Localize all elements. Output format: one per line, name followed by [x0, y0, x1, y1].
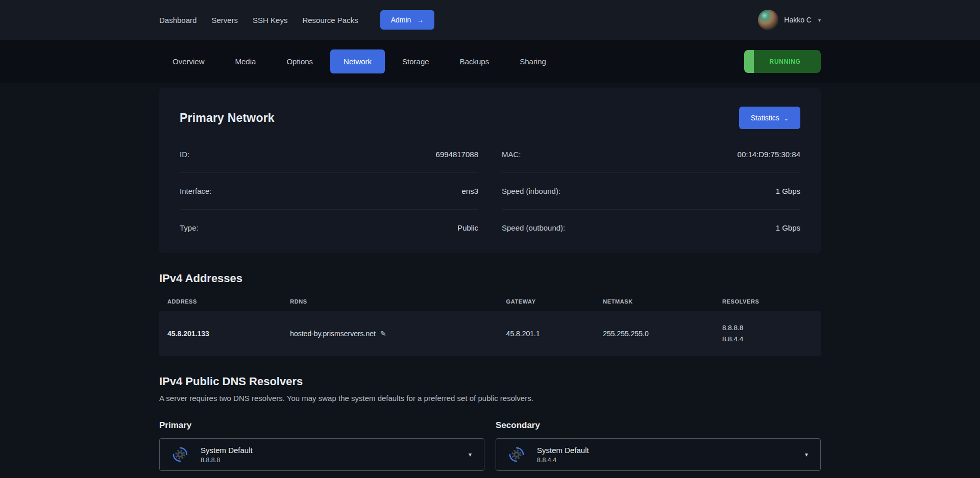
- field-speed-outbound: Speed (outbound): 1 Gbps: [502, 209, 800, 246]
- system-default-icon: [508, 446, 525, 463]
- column-header-address: Address: [167, 298, 290, 305]
- field-mac: MAC: 00:14:D9:75:30:84: [502, 136, 800, 172]
- status-badge-label: RUNNING: [744, 58, 821, 65]
- field-speed-inbound-label: Speed (inbound):: [502, 187, 560, 195]
- primary-resolver-selected: System Default: [201, 446, 253, 455]
- field-speed-inbound: Speed (inbound): 1 Gbps: [502, 172, 800, 209]
- ipv4-table-header: Address RDNS Gateway Netmask Resolvers: [159, 298, 821, 305]
- primary-network-title: Primary Network: [180, 111, 275, 125]
- status-badge: RUNNING: [744, 50, 821, 73]
- top-navigation-bar: Dashboard Servers SSH Keys Resource Pack…: [0, 0, 980, 40]
- server-tab-strip: Overview Media Options Network Storage B…: [0, 40, 980, 83]
- column-header-resolvers: Resolvers: [722, 298, 813, 305]
- user-menu[interactable]: Hakko C ▾: [758, 10, 821, 30]
- cell-resolvers: 8.8.8.8 8.8.4.4: [722, 322, 813, 345]
- tab-network[interactable]: Network: [330, 49, 385, 73]
- column-header-gateway: Gateway: [506, 298, 603, 305]
- field-mac-label: MAC:: [502, 150, 521, 159]
- field-speed-inbound-value: 1 Gbps: [776, 187, 800, 195]
- ipv4-addresses-title: IPv4 Addresses: [159, 272, 821, 285]
- dns-resolvers-title: IPv4 Public DNS Resolvers: [159, 375, 821, 388]
- field-interface-label: Interface:: [180, 187, 212, 195]
- resolver-1: 8.8.8.8: [722, 322, 813, 334]
- secondary-resolver-select[interactable]: System Default 8.8.4.4 ▾: [496, 438, 821, 471]
- secondary-resolver-label: Secondary: [496, 420, 821, 431]
- field-type: Type: Public: [180, 209, 478, 246]
- network-fields: ID: 6994817088 MAC: 00:14:D9:75:30:84 In…: [180, 136, 800, 246]
- chevron-down-icon: ⌄: [784, 116, 789, 121]
- field-speed-outbound-value: 1 Gbps: [776, 223, 800, 232]
- tab-media[interactable]: Media: [222, 49, 270, 73]
- column-header-rdns: RDNS: [290, 298, 506, 305]
- tab-sharing[interactable]: Sharing: [506, 49, 559, 73]
- primary-resolver-label: Primary: [159, 420, 484, 431]
- caret-down-icon: ▾: [818, 17, 821, 23]
- status-badge-strip: [744, 50, 754, 73]
- field-id-value: 6994817088: [436, 150, 478, 159]
- field-speed-outbound-label: Speed (outbound):: [502, 223, 565, 232]
- field-interface-value: ens3: [461, 187, 478, 195]
- nav-link-dashboard[interactable]: Dashboard: [159, 16, 197, 24]
- field-id-label: ID:: [180, 150, 189, 159]
- resolver-2: 8.8.4.4: [722, 334, 813, 345]
- secondary-resolver-selected: System Default: [537, 446, 589, 455]
- avatar: [758, 10, 778, 30]
- cell-rdns: hosted-by.prismservers.net: [290, 330, 376, 338]
- primary-resolver-select[interactable]: System Default 8.8.8.8 ▾: [159, 438, 484, 471]
- field-id: ID: 6994817088: [180, 136, 478, 172]
- cell-gateway: 45.8.201.1: [506, 330, 603, 338]
- admin-button-label: Admin: [391, 16, 411, 24]
- system-default-icon: [172, 446, 188, 463]
- field-mac-value: 00:14:D9:75:30:84: [738, 150, 800, 159]
- admin-button[interactable]: Admin →: [380, 10, 435, 30]
- cell-address: 45.8.201.133: [167, 330, 290, 338]
- dns-resolvers-description: A server requires two DNS resolvers. You…: [159, 394, 821, 402]
- tabs: Overview Media Options Network Storage B…: [159, 49, 559, 73]
- primary-network-card: Primary Network Statistics ⌄ ID: 6994817…: [159, 88, 821, 253]
- nav-link-resource-packs[interactable]: Resource Packs: [302, 16, 358, 24]
- tab-options[interactable]: Options: [273, 49, 326, 73]
- field-type-label: Type:: [180, 223, 199, 232]
- secondary-resolver-ip: 8.8.4.4: [537, 457, 589, 464]
- field-type-value: Public: [457, 223, 478, 232]
- tab-overview[interactable]: Overview: [159, 49, 218, 73]
- statistics-button-label: Statistics: [751, 114, 779, 122]
- statistics-button[interactable]: Statistics ⌄: [739, 107, 800, 129]
- tab-storage[interactable]: Storage: [389, 49, 443, 73]
- user-name: Hakko C: [784, 16, 812, 24]
- nav-link-ssh-keys[interactable]: SSH Keys: [253, 16, 287, 24]
- caret-down-icon: ▾: [805, 451, 808, 458]
- table-row: 45.8.201.133 hosted-by.prismservers.net …: [159, 311, 821, 356]
- column-header-netmask: Netmask: [603, 298, 722, 305]
- edit-pencil-icon[interactable]: ✎: [380, 330, 386, 338]
- primary-resolver-ip: 8.8.8.8: [201, 457, 253, 464]
- tab-backups[interactable]: Backups: [447, 49, 503, 73]
- field-interface: Interface: ens3: [180, 172, 478, 209]
- cell-netmask: 255.255.255.0: [603, 330, 722, 338]
- arrow-right-icon: →: [416, 16, 424, 24]
- caret-down-icon: ▾: [469, 451, 472, 458]
- nav-link-servers[interactable]: Servers: [211, 16, 238, 24]
- main-content: Primary Network Statistics ⌄ ID: 6994817…: [159, 88, 821, 471]
